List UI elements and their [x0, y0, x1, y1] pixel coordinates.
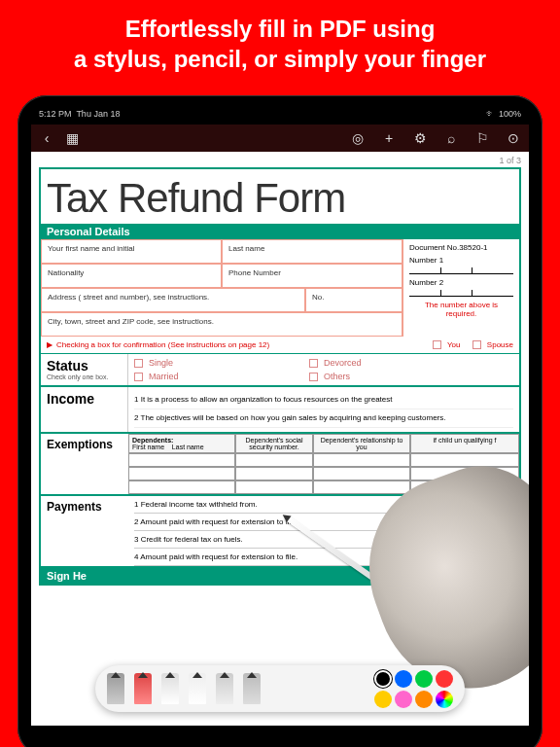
promo-headline: Effortlessly fill in PDF using a stylus,…: [0, 0, 560, 84]
color-swatches: [374, 670, 453, 708]
grid-icon[interactable]: ▦: [64, 130, 80, 146]
checkbox-divorced[interactable]: [309, 359, 318, 368]
number2-field[interactable]: [409, 289, 513, 297]
more-icon[interactable]: ⊙: [506, 130, 521, 146]
status-time: 5:12 PM: [39, 109, 72, 119]
field-address[interactable]: Address ( street and number), see instru…: [41, 288, 305, 312]
color-red[interactable]: [436, 670, 453, 688]
doc-number-panel: Document No.38520-1 Number 1 Number 2 Th…: [402, 239, 519, 337]
number1-label: Number 1: [409, 256, 513, 265]
wifi-icon: ᯤ: [486, 109, 495, 119]
drawing-palette[interactable]: [95, 665, 465, 712]
opt-others: Others: [324, 372, 350, 381]
color-green[interactable]: [415, 670, 433, 688]
field-city[interactable]: City, town, street and ZIP code, see ins…: [41, 312, 402, 337]
hdr-qual: if child un qualifying f: [410, 434, 519, 453]
label-you: You: [447, 340, 461, 349]
add-icon[interactable]: +: [381, 130, 397, 146]
checkbox-spouse[interactable]: [472, 340, 481, 349]
confirmation-row: ▶ Checking a box for confirmation (See i…: [41, 337, 519, 354]
required-note: The number above is required.: [409, 301, 513, 318]
color-orange[interactable]: [415, 691, 433, 708]
document-view[interactable]: 1 of 3 Tax Refund Form Personal Details …: [31, 152, 529, 726]
status-title: Status: [47, 358, 122, 374]
eraser-tool[interactable]: [189, 673, 206, 704]
number2-label: Number 2: [409, 278, 513, 287]
table-row[interactable]: [128, 453, 519, 467]
search-icon[interactable]: ⌕: [443, 130, 459, 146]
app-toolbar: ‹ ▦ ◎ + ⚙ ⌕ ⚐ ⊙: [31, 124, 529, 152]
marker-tool[interactable]: [216, 673, 233, 704]
field-first-name[interactable]: Your first name and initial: [41, 239, 222, 264]
tablet-frame: 5:12 PM Thu Jan 18 ᯤ 100% ‹ ▦ ◎ + ⚙ ⌕ ⚐ …: [18, 95, 542, 747]
status-options: Single Devorced Married Others: [128, 354, 519, 385]
promo-line-1: Effortlessly fill in PDF using: [19, 14, 541, 44]
checkbox-you[interactable]: [433, 340, 441, 349]
promo-line-2: a stylus, pencil, or simply your finger: [19, 44, 541, 74]
hdr-fn: First name: [132, 444, 164, 450]
field-no[interactable]: No.: [305, 288, 402, 312]
status-sub: Check only one box.: [47, 374, 122, 380]
pen-tool-2[interactable]: [134, 673, 152, 704]
status-battery: 100%: [499, 109, 521, 119]
field-last-name[interactable]: Last name: [222, 239, 402, 264]
hdr-ln: Last name: [172, 444, 204, 450]
color-black[interactable]: [374, 670, 392, 688]
number1-field[interactable]: [409, 267, 513, 274]
opt-divorced: Devorced: [324, 358, 362, 368]
color-picker-icon[interactable]: [436, 691, 453, 708]
income-line-2: 2 The objectives will be based on how yo…: [134, 409, 513, 428]
exemptions-title: Exemptions: [41, 434, 128, 494]
pencil-tool[interactable]: [161, 673, 179, 704]
income-title: Income: [41, 387, 128, 432]
hdr-rel: Dependent's relationship to you: [313, 434, 410, 453]
checkbox-single[interactable]: [134, 359, 143, 368]
section-personal: Personal Details: [41, 224, 519, 239]
docno-label: Document No.: [409, 243, 459, 252]
bookmark-icon[interactable]: ⚐: [474, 130, 490, 146]
field-nationality[interactable]: Nationality: [41, 264, 222, 288]
hdr-dep: Dependents:: [132, 437, 173, 444]
checkbox-married[interactable]: [134, 373, 143, 381]
label-spouse: Spouse: [487, 340, 513, 349]
back-icon[interactable]: ‹: [39, 130, 54, 146]
income-line-1: 1 It is a process to allow an organizati…: [134, 391, 513, 409]
triangle-icon: ▶: [47, 340, 52, 349]
field-phone[interactable]: Phone Number: [222, 264, 402, 288]
color-blue[interactable]: [395, 670, 412, 688]
status-date: Thu Jan 18: [76, 109, 120, 119]
hdr-ssn: Dependent's social security number.: [235, 434, 313, 453]
docno-value: 38520-1: [459, 243, 487, 252]
gear-icon[interactable]: ⚙: [412, 130, 428, 146]
status-bar: 5:12 PM Thu Jan 18 ᯤ 100%: [31, 109, 529, 124]
color-yellow[interactable]: [374, 691, 392, 708]
page-indicator: 1 of 3: [31, 152, 529, 165]
annotate-icon[interactable]: ◎: [350, 130, 366, 146]
ruler-tool[interactable]: [243, 673, 261, 704]
checkbox-others[interactable]: [309, 373, 318, 381]
confirm-text: Checking a box for confirmation (See ins…: [56, 340, 429, 349]
color-pink[interactable]: [395, 691, 412, 708]
doc-title: Tax Refund Form: [41, 169, 519, 224]
pen-tool-1[interactable]: [107, 673, 124, 704]
opt-married: Married: [149, 372, 179, 381]
payments-title: Payments: [41, 496, 128, 566]
opt-single: Single: [149, 358, 173, 368]
